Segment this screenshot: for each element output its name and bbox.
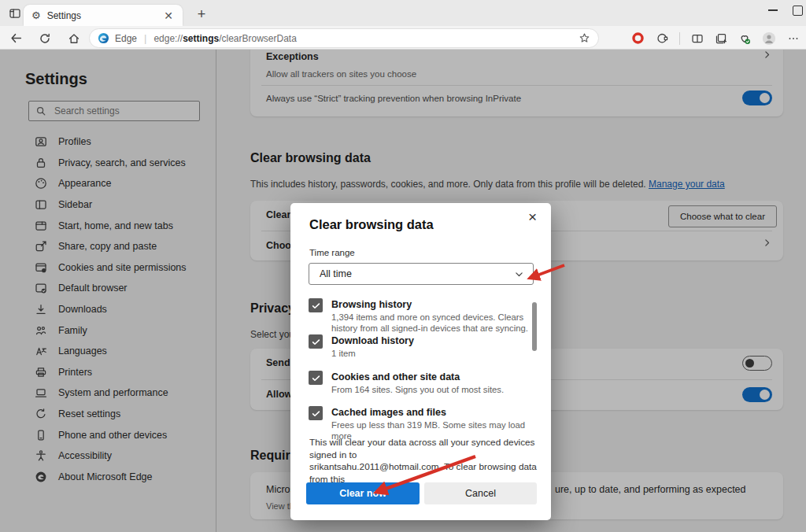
edge-logo-icon (98, 32, 109, 44)
tab-strip: ⚙ Settings ✕ + (0, 0, 806, 26)
dialog-close-icon[interactable]: × (524, 207, 541, 227)
refresh-button[interactable] (35, 28, 54, 48)
time-range-select[interactable]: All time (309, 263, 534, 285)
download-history-checkbox[interactable] (309, 334, 323, 349)
cookies-row: Cookies and other site data From 164 sit… (309, 370, 534, 395)
checkbox-label: Cookies and other site data (331, 371, 460, 382)
cached-images-checkbox[interactable] (309, 406, 323, 420)
home-button[interactable] (64, 28, 83, 48)
url-text: edge://settings/clearBrowserData (153, 33, 573, 44)
profile-avatar[interactable] (762, 31, 776, 46)
split-screen-icon[interactable] (691, 32, 704, 45)
gear-icon: ⚙ (31, 10, 41, 20)
checkbox-desc: 1,394 items and more on synced devices. … (331, 312, 533, 334)
checkbox-label: Cached images and files (331, 407, 446, 418)
extension-icon[interactable] (656, 32, 668, 45)
tab-settings[interactable]: ⚙ Settings ✕ (24, 5, 183, 26)
collections-icon[interactable] (715, 32, 727, 45)
checkbox-desc: 1 item (331, 348, 533, 359)
more-menu-icon[interactable] (787, 32, 800, 45)
address-bar[interactable]: Edge | edge://settings/clearBrowserData (89, 28, 599, 48)
time-range-value: All time (320, 268, 514, 279)
download-history-row: Download history 1 item (309, 334, 534, 359)
minimize-button[interactable] (768, 9, 778, 11)
checkbox-desc: From 164 sites. Signs you out of most si… (331, 384, 533, 395)
maximize-button[interactable] (793, 6, 803, 16)
check-icon (311, 408, 321, 419)
back-button[interactable] (6, 28, 26, 48)
checkbox-label: Download history (331, 335, 414, 346)
check-icon (311, 373, 321, 383)
cached-images-row: Cached images and files Frees up less th… (309, 405, 534, 430)
tab-title: Settings (47, 10, 157, 21)
browsing-history-row: Browsing history 1,394 items and more on… (309, 297, 534, 332)
footer-line: This will clear your data across all you… (309, 437, 541, 461)
browser-essentials-icon[interactable] (738, 32, 751, 45)
time-range-label: Time range (309, 248, 355, 257)
chip-separator: | (144, 32, 146, 44)
site-chip-label: Edge (115, 33, 137, 44)
chevron-down-icon (514, 269, 524, 279)
new-tab-button[interactable]: + (192, 5, 211, 24)
adblocker-extension-icon[interactable] (631, 31, 645, 45)
favorite-star-icon[interactable] (579, 32, 590, 44)
dialog-scrollbar[interactable] (532, 302, 537, 351)
url-host: settings (183, 33, 219, 44)
browsing-history-checkbox[interactable] (309, 298, 323, 312)
url-scheme: edge:// (153, 33, 183, 44)
toolbar-separator (679, 32, 680, 45)
cookies-checkbox[interactable] (309, 371, 323, 385)
browser-window: ⚙ Settings ✕ + Edge | edge://settings/cl… (0, 0, 806, 532)
dialog-title: Clear browsing data (309, 217, 434, 232)
tab-actions-icon[interactable] (8, 6, 22, 20)
toolbar: Edge | edge://settings/clearBrowserData (0, 26, 806, 50)
url-path: /clearBrowserData (219, 33, 297, 44)
cancel-button[interactable]: Cancel (424, 482, 537, 504)
check-icon (311, 301, 321, 311)
close-tab-icon[interactable]: ✕ (162, 9, 175, 22)
checkbox-label: Browsing history (331, 299, 412, 310)
clear-browsing-data-dialog: Clear browsing data × Time range All tim… (290, 203, 551, 520)
check-icon (311, 337, 321, 347)
clear-now-button[interactable]: Clear now (306, 482, 420, 504)
